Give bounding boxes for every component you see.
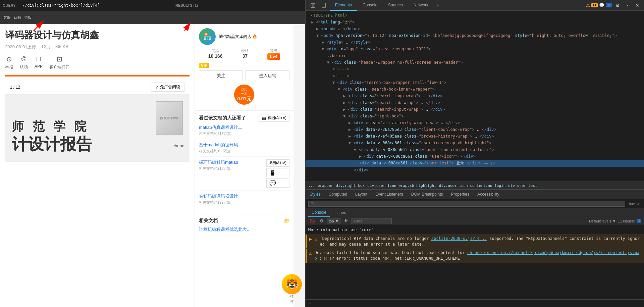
related-item-3: 循环码编解码matlab 相关文档约218万篇 截图(Alt+A) 📱 💬	[199, 159, 289, 191]
site-header: 客服 认领 举报	[0, 11, 305, 24]
related-link-2[interactable]: 基于matlab的循环码	[199, 142, 289, 148]
follow-button[interactable]: 关注	[199, 70, 243, 81]
price-badge: 仅此 一次 0.01元	[234, 85, 254, 105]
tab-computed[interactable]: Computed	[325, 190, 351, 199]
tab-layout[interactable]: Layout	[351, 190, 371, 199]
bottom-tabs: Styles Computed Layout Event Listeners D…	[306, 190, 644, 199]
doc-title: 译码器设计与仿真胡鑫	[5, 29, 190, 41]
tab-properties[interactable]: Properties	[447, 190, 474, 199]
screenshot-button[interactable]: 📷 截图(Alt+A)	[259, 114, 289, 122]
more-options-button[interactable]: ⋮	[623, 1, 632, 9]
tab-accessibility[interactable]: Accessibility	[473, 190, 503, 199]
free-read-button[interactable]: ⤢ 免广告阅读	[151, 83, 184, 92]
message-icon: 💬	[599, 3, 604, 8]
right-sidebar: 🏪 诚信精品文库的店 🔥 商品 10 166	[195, 24, 293, 307]
action-app[interactable]: □ APP	[35, 55, 43, 70]
tabs-more-button[interactable]: »	[434, 0, 441, 11]
tab-console[interactable]: Console	[357, 0, 383, 11]
tree-line-vip: ▶ <div class="vip-activity-wrap-new"> … …	[306, 119, 644, 126]
related-link-3[interactable]: 循环码编解码matlab	[199, 159, 238, 165]
shop-name: 诚信精品文库的店 🔥	[219, 34, 257, 40]
breadcrumb-user-text[interactable]: div.user-text	[508, 184, 537, 188]
top-context-select[interactable]: top ▼	[327, 218, 340, 224]
console-tab-console[interactable]: Console	[308, 208, 330, 217]
console-input[interactable]	[312, 301, 641, 306]
related-count-3: 相关文档约218万篇	[199, 166, 231, 170]
console-link-2[interactable]: chrome-extension://ncennffkjdiam1pmcbajk…	[315, 250, 639, 261]
action-app-label: APP	[35, 64, 43, 69]
clear-console-button[interactable]: 🚫	[308, 218, 316, 224]
svg-point-6	[323, 6, 324, 7]
inspect-element-button[interactable]	[308, 1, 318, 9]
tree-line-header-wrapper: ▼ <div class="header-wrapper no-full-scr…	[306, 59, 644, 66]
breadcrumb-user-content[interactable]: div.user-icon-content.no-login	[439, 184, 506, 188]
camera-button-3[interactable]: 截图(Alt+A)	[266, 159, 289, 167]
tree-line-tab-wrap: ▶ <div class="search-tab-wrap"> … </div>	[306, 99, 644, 106]
html-tree: <!DOCTYPE html> ▶ <html lang="zh"> ▶ <he…	[306, 11, 644, 182]
breadcrumb-wrapper[interactable]: wrapper	[318, 184, 333, 188]
folder-icon: 📁	[284, 218, 289, 223]
styles-filter-input[interactable]	[308, 201, 625, 207]
tab-network[interactable]: Network	[408, 0, 434, 11]
related-doc-link[interactable]: 计算机编程课程优选北大..	[199, 226, 289, 233]
related-doc-item: 计算机编程课程优选北大..	[199, 226, 289, 233]
phone-button-3[interactable]: 📱	[266, 168, 289, 177]
console-tabs-row: Console Issues	[306, 208, 644, 217]
tab-styles[interactable]: Styles	[306, 190, 325, 199]
doc-date: 2020-08-01上传	[5, 44, 36, 50]
devtools-right-icons: ⚠ 11 💬 11 ⚙ ⋮ ✕	[586, 1, 641, 9]
console-tab-issues[interactable]: Issues	[331, 208, 350, 217]
app-icon: □	[37, 55, 41, 63]
left-content: 译码器设计与仿真胡鑫 2020-08-01上传 12页 366KB ⊙ 举报 ©…	[0, 24, 195, 307]
doc-pages: 12页	[41, 44, 50, 50]
eye-icon-button[interactable]: 👁	[342, 218, 350, 224]
expand-icon: ⤢	[155, 85, 159, 90]
issues-count-badge: 1	[637, 219, 641, 223]
tree-line-head: ▶ <head> … </head>	[306, 25, 644, 32]
camera-icon: 📷	[262, 116, 266, 120]
tab-sources[interactable]: Sources	[383, 0, 408, 11]
author-name: cheng	[173, 143, 184, 148]
thumbnail-school: 陕西师范大学	[160, 116, 178, 120]
action-claim[interactable]: © 认领	[20, 55, 28, 70]
msg-button-3[interactable]: 💬	[266, 178, 289, 188]
tab-dom-breakpoints[interactable]: DOM Breakpoints	[407, 190, 447, 199]
shop-badge: 🔥	[252, 34, 257, 39]
close-devtools-button[interactable]: ✕	[633, 1, 641, 9]
action-client[interactable]: ⊡ 客户端打开	[49, 55, 69, 70]
tree-line-user-icon: ▶ <div data-v-088ca661 class="user-icon"…	[306, 153, 644, 160]
related-item-2: 基于matlab的循环码 相关文档约159万篇	[199, 142, 289, 157]
related-link-4[interactable]: 卷积码编译码器设计	[199, 193, 289, 199]
doc-preview: 陕西师范大学 师 范 学 院 计设计报告 cheng	[5, 95, 190, 162]
webpage-area: 客服 认领 举报 译码器设计与仿真胡鑫 2020-08-01上传 12页 366…	[0, 11, 305, 307]
tab-elements[interactable]: Elements	[330, 0, 357, 11]
console-filter-input[interactable]	[352, 218, 392, 224]
device-toolbar-button[interactable]	[319, 1, 328, 9]
console-msg-text-1: More information see `core`	[308, 227, 641, 233]
breadcrumb-ellipsis[interactable]: ...	[308, 184, 315, 188]
mascot-label: 打你	[282, 294, 302, 304]
tree-line-input-wrap: ▶ <div class="search-input-wrap"> … </di…	[306, 106, 644, 113]
tree-line-user-text[interactable]: <div data-v-088ca661 class="user-text"> …	[306, 160, 644, 167]
breadcrumb-user-icon-wrap[interactable]: div.user-icon-wrap.xh-highlight	[367, 184, 436, 188]
site-header-text: 客服 认领 举报	[3, 15, 32, 20]
console-link-1[interactable]: abclite-2030-s.js?_#...	[431, 236, 487, 241]
visit-store-button[interactable]: 进入店铺	[246, 70, 289, 81]
tree-line-before: ::before	[306, 52, 644, 59]
related-docs-title: 相关文档 📁	[199, 218, 289, 224]
mascot-area: 🐯 打你	[282, 274, 302, 304]
settings-button[interactable]: ⚙	[613, 1, 622, 9]
styles-filter-row: :hov .cls	[306, 199, 644, 208]
console-prompt: ›	[306, 299, 644, 307]
action-report[interactable]: ⊙ 举报	[5, 55, 13, 70]
action-client-label: 客户端打开	[49, 64, 69, 70]
top-label: top	[329, 219, 334, 223]
tree-line-comment1: <!---->	[306, 66, 644, 72]
level-badge: Lv4	[267, 53, 280, 60]
breadcrumb-right-box[interactable]: div.right-box	[336, 184, 365, 188]
related-link-1[interactable]: matlab仿真课程设计二	[199, 124, 289, 131]
tree-line-html: ▶ <html lang="zh">	[306, 19, 644, 25]
action-report-label: 举报	[5, 64, 13, 70]
tab-event-listeners[interactable]: Event Listeners	[371, 190, 407, 199]
console-settings-button[interactable]: ⚙	[318, 218, 325, 224]
